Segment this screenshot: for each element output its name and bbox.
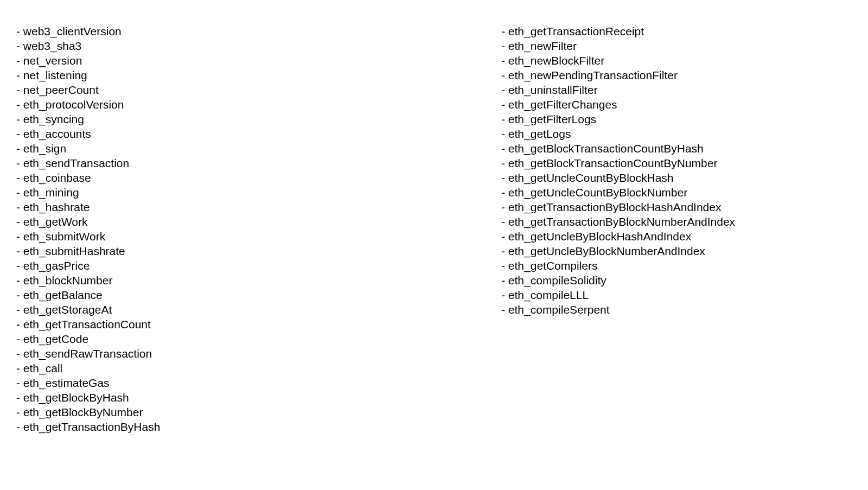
left-column: web3_clientVersionweb3_sha3net_versionne… — [16, 24, 434, 434]
list-item: eth_newFilter — [501, 39, 852, 53]
list-item: eth_hashrate — [16, 200, 434, 214]
list-item: eth_getFilterChanges — [501, 97, 852, 112]
list-item: eth_blockNumber — [16, 273, 434, 288]
list-item: eth_syncing — [16, 112, 434, 126]
columns-container: web3_clientVersionweb3_sha3net_versionne… — [16, 24, 852, 434]
list-item: eth_compileSolidity — [501, 273, 852, 288]
list-item: eth_coinbase — [16, 170, 434, 185]
list-item: eth_sendRawTransaction — [16, 346, 434, 361]
list-item: eth_call — [16, 361, 434, 376]
list-item: eth_getTransactionCount — [16, 317, 434, 332]
list-item: eth_getWork — [16, 214, 434, 229]
list-item: eth_uninstallFilter — [501, 82, 852, 97]
list-item: web3_clientVersion — [16, 24, 434, 39]
list-item: eth_getUncleByBlockNumberAndIndex — [501, 244, 852, 258]
list-item: eth_getUncleCountByBlockNumber — [501, 185, 852, 200]
list-item: eth_getLogs — [501, 126, 852, 141]
list-item: eth_getTransactionReceipt — [501, 24, 852, 39]
right-column: eth_getTransactionReceipteth_newFilteret… — [434, 24, 852, 434]
list-item: eth_sign — [16, 141, 434, 156]
list-item: eth_getBlockTransactionCountByHash — [501, 141, 852, 156]
list-item: eth_getFilterLogs — [501, 112, 852, 126]
list-item: eth_getCode — [16, 332, 434, 346]
list-item: eth_getCompilers — [501, 258, 852, 273]
right-list: eth_getTransactionReceipteth_newFilteret… — [434, 24, 852, 317]
list-item: eth_protocolVersion — [16, 97, 434, 112]
list-item: eth_getBlockByHash — [16, 390, 434, 405]
list-item: eth_newBlockFilter — [501, 53, 852, 68]
list-item: eth_submitHashrate — [16, 244, 434, 258]
list-item: net_peerCount — [16, 82, 434, 97]
list-item: eth_getUncleCountByBlockHash — [501, 170, 852, 185]
list-item: eth_newPendingTransactionFilter — [501, 68, 852, 82]
list-item: eth_compileLLL — [501, 288, 852, 302]
list-item: web3_sha3 — [16, 39, 434, 53]
left-list: web3_clientVersionweb3_sha3net_versionne… — [16, 24, 434, 434]
list-item: eth_getBalance — [16, 288, 434, 302]
list-item: eth_getStorageAt — [16, 302, 434, 317]
list-item: net_version — [16, 53, 434, 68]
list-item: eth_submitWork — [16, 229, 434, 244]
list-item: eth_sendTransaction — [16, 156, 434, 170]
list-item: eth_getTransactionByBlockNumberAndIndex — [501, 214, 852, 229]
list-item: eth_getUncleByBlockHashAndIndex — [501, 229, 852, 244]
list-item: eth_getTransactionByBlockHashAndIndex — [501, 200, 852, 214]
list-item: eth_mining — [16, 185, 434, 200]
list-item: eth_getBlockByNumber — [16, 405, 434, 419]
list-item: net_listening — [16, 68, 434, 82]
list-item: eth_getBlockTransactionCountByNumber — [501, 156, 852, 170]
list-item: eth_accounts — [16, 126, 434, 141]
list-item: eth_compileSerpent — [501, 302, 852, 317]
list-item: eth_gasPrice — [16, 258, 434, 273]
list-item: eth_getTransactionByHash — [16, 419, 434, 434]
list-item: eth_estimateGas — [16, 376, 434, 390]
